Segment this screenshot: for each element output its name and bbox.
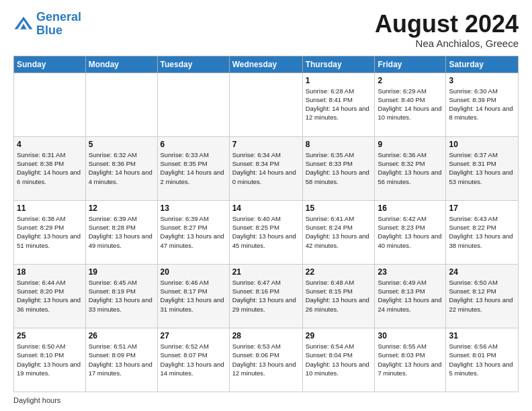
calendar-cell: 21Sunrise: 6:47 AMSunset: 8:16 PMDayligh… xyxy=(229,264,302,328)
day-number: 2 xyxy=(378,76,443,85)
calendar-cell: 13Sunrise: 6:39 AMSunset: 8:27 PMDayligh… xyxy=(157,200,229,264)
day-info: Sunrise: 6:44 AMSunset: 8:20 PMDaylight:… xyxy=(17,278,83,314)
calendar-cell: 18Sunrise: 6:44 AMSunset: 8:20 PMDayligh… xyxy=(14,264,86,328)
calendar-cell: 4Sunrise: 6:31 AMSunset: 8:38 PMDaylight… xyxy=(14,136,86,200)
col-header-saturday: Saturday xyxy=(446,56,519,73)
day-info: Sunrise: 6:46 AMSunset: 8:17 PMDaylight:… xyxy=(161,278,226,314)
calendar-cell: 22Sunrise: 6:48 AMSunset: 8:15 PMDayligh… xyxy=(302,264,375,328)
calendar-week-1: 1Sunrise: 6:28 AMSunset: 8:41 PMDaylight… xyxy=(14,73,519,136)
calendar-week-5: 25Sunrise: 6:50 AMSunset: 8:10 PMDayligh… xyxy=(14,328,519,392)
calendar-cell: 30Sunrise: 6:55 AMSunset: 8:03 PMDayligh… xyxy=(375,328,446,392)
day-number: 15 xyxy=(306,203,372,213)
col-header-friday: Friday xyxy=(375,56,446,73)
col-header-wednesday: Wednesday xyxy=(229,56,302,73)
day-info: Sunrise: 6:28 AMSunset: 8:41 PMDaylight:… xyxy=(306,87,372,122)
calendar-cell: 5Sunrise: 6:32 AMSunset: 8:36 PMDaylight… xyxy=(85,136,157,200)
day-info: Sunrise: 6:51 AMSunset: 8:09 PMDaylight:… xyxy=(89,342,154,377)
day-number: 4 xyxy=(17,140,83,149)
day-number: 5 xyxy=(89,140,154,149)
day-number: 1 xyxy=(306,76,372,85)
calendar-cell: 7Sunrise: 6:34 AMSunset: 8:34 PMDaylight… xyxy=(229,136,302,200)
calendar-cell: 3Sunrise: 6:30 AMSunset: 8:39 PMDaylight… xyxy=(446,73,519,136)
calendar-header-row: SundayMondayTuesdayWednesdayThursdayFrid… xyxy=(14,56,519,73)
day-number: 17 xyxy=(449,203,515,213)
day-number: 20 xyxy=(161,267,226,277)
calendar-week-4: 18Sunrise: 6:44 AMSunset: 8:20 PMDayligh… xyxy=(14,264,519,328)
calendar-cell: 8Sunrise: 6:35 AMSunset: 8:33 PMDaylight… xyxy=(302,136,375,200)
logo-line2: Blue xyxy=(36,24,62,37)
calendar-cell: 23Sunrise: 6:49 AMSunset: 8:13 PMDayligh… xyxy=(375,264,446,328)
calendar-week-3: 11Sunrise: 6:38 AMSunset: 8:29 PMDayligh… xyxy=(14,200,519,264)
day-info: Sunrise: 6:50 AMSunset: 8:10 PMDaylight:… xyxy=(17,342,83,377)
day-number: 27 xyxy=(161,331,226,340)
day-number: 12 xyxy=(89,203,154,213)
day-info: Sunrise: 6:42 AMSunset: 8:23 PMDaylight:… xyxy=(378,214,443,250)
calendar-cell xyxy=(14,73,86,136)
calendar-cell: 25Sunrise: 6:50 AMSunset: 8:10 PMDayligh… xyxy=(14,328,86,392)
footer: Daylight hours xyxy=(13,396,519,404)
calendar-cell: 11Sunrise: 6:38 AMSunset: 8:29 PMDayligh… xyxy=(14,200,86,264)
day-info: Sunrise: 6:53 AMSunset: 8:06 PMDaylight:… xyxy=(232,342,300,377)
day-number: 10 xyxy=(449,140,515,149)
day-info: Sunrise: 6:36 AMSunset: 8:32 PMDaylight:… xyxy=(378,150,443,186)
day-info: Sunrise: 6:52 AMSunset: 8:07 PMDaylight:… xyxy=(161,342,226,377)
day-number: 25 xyxy=(17,331,83,340)
logo-icon xyxy=(13,14,34,34)
day-number: 18 xyxy=(17,267,83,277)
logo: General Blue xyxy=(13,11,81,38)
calendar-cell: 15Sunrise: 6:41 AMSunset: 8:24 PMDayligh… xyxy=(302,200,375,264)
calendar-table: SundayMondayTuesdayWednesdayThursdayFrid… xyxy=(13,56,519,392)
day-number: 26 xyxy=(89,331,154,340)
day-info: Sunrise: 6:31 AMSunset: 8:38 PMDaylight:… xyxy=(17,150,83,186)
calendar-cell: 6Sunrise: 6:33 AMSunset: 8:35 PMDaylight… xyxy=(157,136,229,200)
calendar-cell: 9Sunrise: 6:36 AMSunset: 8:32 PMDaylight… xyxy=(375,136,446,200)
calendar-cell: 26Sunrise: 6:51 AMSunset: 8:09 PMDayligh… xyxy=(85,328,157,392)
day-info: Sunrise: 6:47 AMSunset: 8:16 PMDaylight:… xyxy=(232,278,300,314)
subtitle: Nea Anchialos, Greece xyxy=(375,38,519,49)
day-info: Sunrise: 6:34 AMSunset: 8:34 PMDaylight:… xyxy=(232,150,300,186)
calendar-cell: 2Sunrise: 6:29 AMSunset: 8:40 PMDaylight… xyxy=(375,73,446,136)
day-number: 30 xyxy=(378,331,443,340)
calendar-cell xyxy=(85,73,157,136)
day-info: Sunrise: 6:35 AMSunset: 8:33 PMDaylight:… xyxy=(306,150,372,186)
day-info: Sunrise: 6:50 AMSunset: 8:12 PMDaylight:… xyxy=(449,278,515,314)
day-info: Sunrise: 6:55 AMSunset: 8:03 PMDaylight:… xyxy=(378,342,443,377)
day-number: 31 xyxy=(449,331,515,340)
calendar-cell: 29Sunrise: 6:54 AMSunset: 8:04 PMDayligh… xyxy=(302,328,375,392)
day-number: 9 xyxy=(378,140,443,149)
day-info: Sunrise: 6:39 AMSunset: 8:28 PMDaylight:… xyxy=(89,214,154,250)
day-info: Sunrise: 6:48 AMSunset: 8:15 PMDaylight:… xyxy=(306,278,372,314)
calendar-cell: 1Sunrise: 6:28 AMSunset: 8:41 PMDaylight… xyxy=(302,73,375,136)
calendar-cell: 20Sunrise: 6:46 AMSunset: 8:17 PMDayligh… xyxy=(157,264,229,328)
day-number: 24 xyxy=(449,267,515,277)
calendar-cell: 16Sunrise: 6:42 AMSunset: 8:23 PMDayligh… xyxy=(375,200,446,264)
title-block: August 2024 Nea Anchialos, Greece xyxy=(375,11,519,49)
day-number: 8 xyxy=(306,140,372,149)
calendar-cell: 12Sunrise: 6:39 AMSunset: 8:28 PMDayligh… xyxy=(85,200,157,264)
day-info: Sunrise: 6:40 AMSunset: 8:25 PMDaylight:… xyxy=(232,214,300,250)
calendar-cell: 27Sunrise: 6:52 AMSunset: 8:07 PMDayligh… xyxy=(157,328,229,392)
day-info: Sunrise: 6:45 AMSunset: 8:19 PMDaylight:… xyxy=(89,278,154,314)
calendar-cell: 19Sunrise: 6:45 AMSunset: 8:19 PMDayligh… xyxy=(85,264,157,328)
day-number: 22 xyxy=(306,267,372,277)
day-info: Sunrise: 6:29 AMSunset: 8:40 PMDaylight:… xyxy=(378,87,443,122)
day-info: Sunrise: 6:32 AMSunset: 8:36 PMDaylight:… xyxy=(89,150,154,186)
day-info: Sunrise: 6:56 AMSunset: 8:01 PMDaylight:… xyxy=(449,342,515,377)
calendar-cell xyxy=(157,73,229,136)
day-info: Sunrise: 6:54 AMSunset: 8:04 PMDaylight:… xyxy=(306,342,372,377)
calendar-cell: 24Sunrise: 6:50 AMSunset: 8:12 PMDayligh… xyxy=(446,264,519,328)
day-number: 13 xyxy=(161,203,226,213)
col-header-sunday: Sunday xyxy=(14,56,86,73)
calendar-cell: 10Sunrise: 6:37 AMSunset: 8:31 PMDayligh… xyxy=(446,136,519,200)
day-number: 21 xyxy=(232,267,300,277)
day-number: 28 xyxy=(232,331,300,340)
main-title: August 2024 xyxy=(375,11,519,38)
day-info: Sunrise: 6:43 AMSunset: 8:22 PMDaylight:… xyxy=(449,214,515,250)
day-number: 29 xyxy=(306,331,372,340)
day-info: Sunrise: 6:49 AMSunset: 8:13 PMDaylight:… xyxy=(378,278,443,314)
day-number: 23 xyxy=(378,267,443,277)
col-header-thursday: Thursday xyxy=(302,56,375,73)
day-info: Sunrise: 6:33 AMSunset: 8:35 PMDaylight:… xyxy=(161,150,226,186)
day-number: 3 xyxy=(449,76,515,85)
calendar-week-2: 4Sunrise: 6:31 AMSunset: 8:38 PMDaylight… xyxy=(14,136,519,200)
